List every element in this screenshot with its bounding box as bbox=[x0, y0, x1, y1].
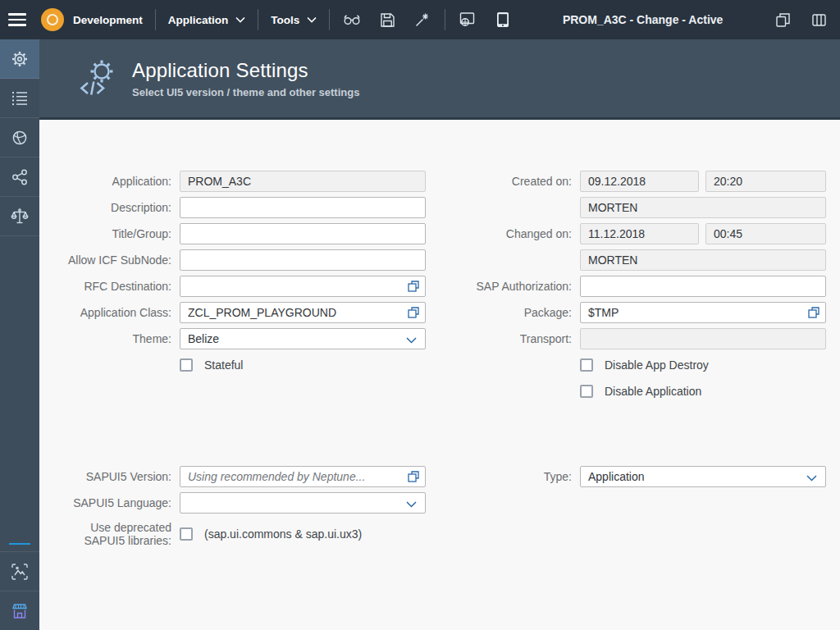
content-area: Application Settings Select UI5 version … bbox=[39, 39, 840, 630]
allow-icf-label: Allow ICF SubNode: bbox=[48, 253, 171, 267]
topbar-separator bbox=[329, 9, 330, 30]
page-title: Application Settings bbox=[132, 59, 359, 82]
field-row-stateful: Stateful bbox=[48, 352, 426, 378]
field-row-application-class: Application Class: bbox=[48, 299, 426, 326]
sapui5-version-input[interactable] bbox=[180, 466, 426, 487]
window-title: PROM_A3C - Change - Active bbox=[513, 13, 773, 26]
value-help-icon[interactable] bbox=[808, 307, 819, 318]
application-class-label: Application Class: bbox=[48, 306, 171, 319]
tablet-icon[interactable] bbox=[493, 10, 513, 30]
transport-input[interactable] bbox=[580, 328, 826, 349]
transport-label: Transport: bbox=[449, 332, 572, 345]
rfc-destination-input[interactable] bbox=[180, 276, 426, 297]
field-row-sapui5-language: SAPUI5 Language: bbox=[48, 490, 426, 516]
page-subtitle: Select UI5 version / theme and other set… bbox=[132, 86, 359, 98]
disable-application-checkbox[interactable] bbox=[580, 385, 593, 398]
field-row-title-group: Title/Group: bbox=[48, 221, 426, 247]
topbar-separator bbox=[155, 9, 156, 30]
field-row-theme: Theme: Belize bbox=[48, 326, 426, 352]
changed-by-input[interactable] bbox=[580, 249, 826, 271]
allow-icf-input[interactable] bbox=[180, 249, 426, 271]
created-date-input[interactable] bbox=[580, 171, 699, 192]
value-help-icon[interactable] bbox=[408, 307, 419, 318]
use-deprecated-text: (sap.ui.commons & sap.ui.ux3) bbox=[204, 527, 362, 541]
field-row-sap-authorization: SAP Authorization: bbox=[449, 273, 826, 299]
globe-icon bbox=[11, 130, 28, 146]
gear-code-icon bbox=[78, 59, 117, 98]
menu-tools-label: Tools bbox=[271, 14, 299, 26]
topbar-separator bbox=[445, 9, 445, 30]
created-by-input[interactable] bbox=[580, 197, 826, 218]
title-group-label: Title/Group: bbox=[48, 227, 171, 240]
created-time-input[interactable] bbox=[705, 171, 826, 192]
disable-app-destroy-checkbox[interactable] bbox=[580, 358, 593, 372]
description-input[interactable] bbox=[180, 197, 426, 218]
sapui5-language-select[interactable] bbox=[180, 492, 426, 514]
chevron-down-icon bbox=[307, 16, 317, 23]
changed-time-input[interactable] bbox=[705, 223, 826, 244]
menu-tools[interactable]: Tools bbox=[271, 14, 317, 26]
field-row-disable-application: Disable Application bbox=[449, 378, 826, 404]
chevron-down-icon bbox=[406, 337, 417, 344]
description-label: Description: bbox=[48, 201, 171, 214]
application-input[interactable] bbox=[180, 171, 426, 192]
field-row-sapui5-version: SAPUI5 Version: bbox=[48, 463, 426, 490]
field-row-application: Application: bbox=[48, 168, 426, 194]
store-icon bbox=[11, 602, 29, 620]
sidebar-item-image-capture[interactable] bbox=[0, 551, 39, 591]
sidebar-item-list[interactable] bbox=[0, 79, 39, 118]
save-icon[interactable] bbox=[377, 10, 397, 30]
settings-form: Application: Description: Title/Group: A… bbox=[39, 120, 840, 630]
sidebar-item-settings[interactable] bbox=[0, 39, 39, 79]
menu-application[interactable]: Application bbox=[168, 14, 246, 26]
chevron-down-icon bbox=[235, 16, 245, 23]
type-label: Type: bbox=[449, 470, 572, 483]
field-row-created-by bbox=[449, 194, 826, 221]
changed-on-label: Changed on: bbox=[449, 227, 572, 240]
type-select[interactable]: Application bbox=[580, 466, 826, 487]
theme-select[interactable]: Belize bbox=[180, 328, 426, 349]
copy-icon[interactable] bbox=[773, 10, 792, 30]
field-row-changed-on: Changed on: bbox=[449, 221, 826, 247]
value-help-icon[interactable] bbox=[408, 281, 419, 292]
field-row-disable-app-destroy: Disable App Destroy bbox=[449, 352, 826, 378]
product-name: Development bbox=[73, 14, 143, 26]
menu-hamburger-icon[interactable] bbox=[8, 10, 28, 30]
title-group-input[interactable] bbox=[180, 223, 426, 244]
neptune-logo[interactable] bbox=[41, 8, 64, 31]
package-label: Package: bbox=[449, 306, 572, 319]
sidebar-item-globe[interactable] bbox=[0, 118, 39, 158]
magic-wand-icon[interactable] bbox=[413, 10, 432, 30]
share-icon bbox=[11, 169, 28, 185]
columns-icon[interactable] bbox=[809, 10, 829, 30]
sidebar-item-scales[interactable] bbox=[0, 197, 39, 236]
field-row-use-deprecated: Use deprecated SAPUI5 libraries: (sap.ui… bbox=[48, 516, 426, 552]
field-row-allow-icf: Allow ICF SubNode: bbox=[48, 247, 426, 273]
field-row-rfc-destination: RFC Destination: bbox=[48, 273, 426, 299]
rfc-destination-label: RFC Destination: bbox=[48, 280, 171, 293]
value-help-icon[interactable] bbox=[408, 471, 419, 482]
list-icon bbox=[11, 91, 28, 106]
field-row-changed-by bbox=[449, 247, 826, 273]
gear-icon bbox=[11, 50, 29, 68]
disable-app-destroy-label: Disable App Destroy bbox=[605, 358, 709, 372]
stateful-checkbox[interactable] bbox=[180, 358, 193, 372]
use-deprecated-checkbox[interactable] bbox=[180, 527, 193, 541]
chevron-down-icon bbox=[406, 501, 417, 508]
image-capture-icon bbox=[11, 563, 29, 581]
field-row-package: Package: bbox=[449, 299, 826, 326]
application-label: Application: bbox=[48, 175, 171, 188]
application-class-input[interactable] bbox=[180, 302, 426, 323]
sap-authorization-label: SAP Authorization: bbox=[449, 280, 572, 293]
sidebar-item-share[interactable] bbox=[0, 158, 39, 197]
package-input[interactable] bbox=[580, 302, 826, 323]
sap-authorization-input[interactable] bbox=[580, 276, 826, 297]
browser-preview-icon[interactable] bbox=[458, 10, 477, 30]
type-select-value: Application bbox=[588, 470, 645, 483]
sidebar-item-store[interactable] bbox=[0, 591, 39, 630]
field-row-transport: Transport: bbox=[449, 326, 826, 352]
scales-icon bbox=[11, 208, 29, 225]
preview-glasses-icon[interactable] bbox=[342, 10, 362, 30]
sidebar-accent-divider bbox=[9, 543, 30, 545]
changed-date-input[interactable] bbox=[580, 223, 699, 244]
